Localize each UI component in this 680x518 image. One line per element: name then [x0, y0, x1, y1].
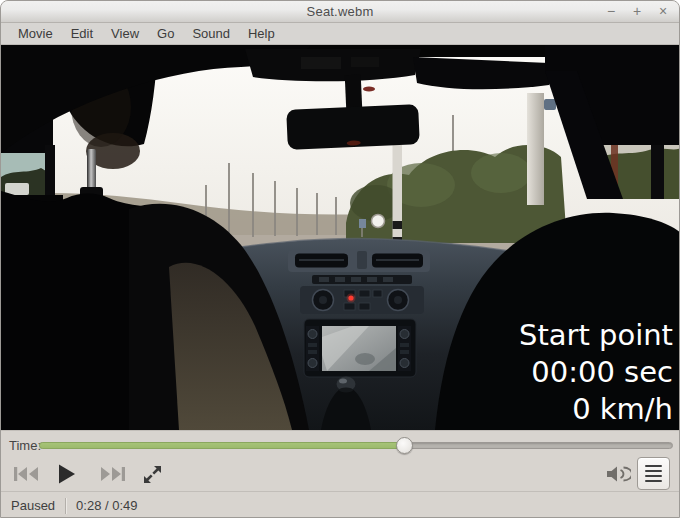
video-canvas[interactable]: Start point 00:00 sec 0 km/h: [1, 45, 680, 430]
play-button[interactable]: [53, 457, 79, 491]
small-blue-sign: [359, 219, 366, 228]
statusbar: Paused 0:28 / 0:49: [1, 491, 680, 518]
overlay-line-2: 00:00 sec: [519, 354, 673, 391]
previous-chapter-button[interactable]: [11, 457, 41, 491]
window-controls: − + ×: [603, 1, 671, 23]
menubar: Movie Edit View Go Sound Help: [1, 23, 679, 45]
window-title: Seat.webm: [1, 4, 679, 19]
close-button[interactable]: ×: [655, 4, 671, 20]
transport-buttons: [1, 457, 680, 491]
minimize-button[interactable]: −: [603, 4, 619, 20]
playback-state: Paused: [11, 498, 55, 513]
time-slider[interactable]: [39, 436, 673, 454]
menu-help[interactable]: Help: [239, 24, 284, 43]
b-pillar: [651, 143, 664, 199]
playback-position: 0:28 / 0:49: [76, 498, 137, 513]
play-icon: [55, 463, 77, 485]
menu-view[interactable]: View: [102, 24, 148, 43]
skip-forward-icon: [99, 465, 126, 483]
hamburger-lines-icon: [645, 465, 662, 468]
time-slider-fill: [39, 442, 404, 449]
maximize-button[interactable]: +: [629, 4, 645, 20]
video-overlay-text: Start point 00:00 sec 0 km/h: [519, 317, 673, 428]
titlebar[interactable]: Seat.webm − + ×: [1, 1, 679, 23]
expand-arrows-icon: [142, 464, 163, 485]
tall-pole: [527, 93, 544, 205]
menu-sound[interactable]: Sound: [183, 24, 239, 43]
status-separator: [65, 498, 66, 514]
control-panel: Time:: [1, 430, 680, 491]
overlay-line-3: 0 km/h: [519, 391, 673, 428]
skip-backward-icon: [13, 465, 40, 483]
time-slider-thumb[interactable]: [396, 437, 413, 454]
next-chapter-button[interactable]: [97, 457, 127, 491]
road-sign: [372, 215, 385, 228]
speaker-icon: [605, 463, 631, 485]
menu-go[interactable]: Go: [148, 24, 183, 43]
pole-top-device: [544, 99, 556, 110]
player-window: Seat.webm − + × Movie Edit View Go Sound…: [0, 0, 680, 518]
fullscreen-button[interactable]: [139, 457, 165, 491]
overlay-line-1: Start point: [519, 317, 673, 354]
volume-button[interactable]: [603, 457, 633, 491]
menu-edit[interactable]: Edit: [62, 24, 102, 43]
playlist-toggle-button[interactable]: [637, 457, 670, 490]
time-label: Time:: [9, 438, 41, 453]
menu-movie[interactable]: Movie: [9, 24, 62, 43]
